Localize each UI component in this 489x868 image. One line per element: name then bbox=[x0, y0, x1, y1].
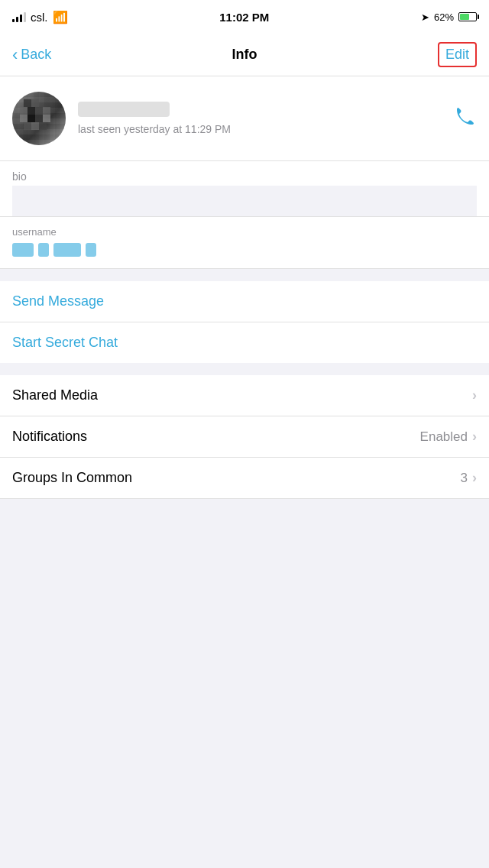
bio-section: bio bbox=[0, 161, 489, 216]
svg-rect-2 bbox=[20, 107, 28, 115]
groups-in-common-chevron-icon: › bbox=[472, 470, 477, 486]
notifications-label: Notifications bbox=[12, 429, 87, 445]
status-right: ➤ 62% bbox=[421, 11, 477, 23]
back-button[interactable]: ‹ Back bbox=[12, 45, 51, 65]
profile-name-blur bbox=[78, 102, 170, 117]
start-secret-chat-label: Start Secret Chat bbox=[12, 335, 118, 350]
carrier-label: csl. bbox=[31, 11, 48, 24]
groups-in-common-label: Groups In Common bbox=[12, 470, 132, 486]
svg-rect-9 bbox=[43, 115, 50, 122]
username-blur-4 bbox=[86, 243, 96, 257]
groups-in-common-value: 3 bbox=[461, 471, 468, 486]
username-label: username bbox=[12, 226, 477, 238]
notifications-chevron-icon: › bbox=[472, 429, 477, 445]
battery-icon bbox=[458, 12, 477, 21]
signal-bar-4 bbox=[24, 12, 26, 22]
shared-media-right: › bbox=[472, 387, 477, 403]
action-section: Send Message Start Secret Chat bbox=[0, 281, 489, 363]
back-label: Back bbox=[21, 47, 51, 63]
profile-section: last seen yesterday at 11:29 PM bbox=[0, 76, 489, 161]
nav-bar: ‹ Back Info Edit bbox=[0, 34, 489, 76]
shared-media-row[interactable]: Shared Media › bbox=[0, 375, 489, 416]
battery-fill bbox=[460, 14, 469, 20]
edit-button[interactable]: Edit bbox=[438, 42, 477, 67]
shared-media-label: Shared Media bbox=[12, 387, 98, 403]
status-time: 11:02 PM bbox=[219, 11, 269, 24]
svg-rect-8 bbox=[35, 115, 43, 122]
signal-bar-3 bbox=[20, 15, 22, 22]
username-row: username bbox=[0, 217, 489, 269]
status-bar: csl. 📶 11:02 PM ➤ 62% bbox=[0, 0, 489, 34]
bio-label: bio bbox=[12, 170, 477, 183]
svg-rect-1 bbox=[31, 99, 39, 107]
svg-rect-3 bbox=[28, 107, 35, 115]
username-blur-2 bbox=[38, 243, 49, 257]
notifications-right: Enabled › bbox=[420, 429, 477, 445]
send-message-row[interactable]: Send Message bbox=[0, 281, 489, 322]
notifications-value: Enabled bbox=[420, 429, 468, 445]
svg-rect-11 bbox=[31, 122, 39, 130]
avatar bbox=[12, 92, 66, 145]
avatar-image bbox=[12, 92, 66, 145]
wifi-icon: 📶 bbox=[53, 10, 68, 24]
notifications-row[interactable]: Notifications Enabled › bbox=[0, 416, 489, 458]
svg-rect-10 bbox=[24, 122, 31, 130]
bio-spacer bbox=[12, 186, 477, 216]
call-button[interactable] bbox=[454, 105, 477, 133]
profile-status: last seen yesterday at 11:29 PM bbox=[78, 123, 231, 135]
username-blur-3 bbox=[53, 243, 81, 257]
start-secret-chat-row[interactable]: Start Secret Chat bbox=[0, 322, 489, 363]
signal-bar-2 bbox=[16, 17, 18, 22]
profile-left: last seen yesterday at 11:29 PM bbox=[12, 92, 231, 145]
status-left: csl. 📶 bbox=[12, 10, 68, 24]
svg-rect-6 bbox=[20, 115, 28, 122]
signal-bar-1 bbox=[12, 19, 15, 22]
battery-percent: 62% bbox=[434, 11, 454, 23]
groups-in-common-right: 3 › bbox=[461, 470, 477, 486]
svg-rect-7 bbox=[28, 115, 35, 122]
signal-bars bbox=[12, 11, 26, 22]
settings-section: Shared Media › Notifications Enabled › G… bbox=[0, 375, 489, 499]
username-value-blur bbox=[12, 241, 477, 259]
svg-rect-4 bbox=[35, 107, 43, 115]
groups-in-common-row[interactable]: Groups In Common 3 › bbox=[0, 458, 489, 499]
shared-media-chevron-icon: › bbox=[472, 387, 477, 403]
svg-rect-0 bbox=[24, 99, 31, 107]
send-message-label: Send Message bbox=[12, 293, 104, 309]
username-blur-1 bbox=[12, 243, 34, 257]
location-arrow-icon: ➤ bbox=[421, 11, 429, 23]
profile-info: last seen yesterday at 11:29 PM bbox=[78, 102, 231, 135]
info-section: username bbox=[0, 217, 489, 269]
svg-rect-5 bbox=[43, 107, 50, 115]
svg-rect-12 bbox=[39, 122, 47, 130]
back-chevron-icon: ‹ bbox=[12, 45, 18, 65]
page-title: Info bbox=[232, 47, 257, 63]
